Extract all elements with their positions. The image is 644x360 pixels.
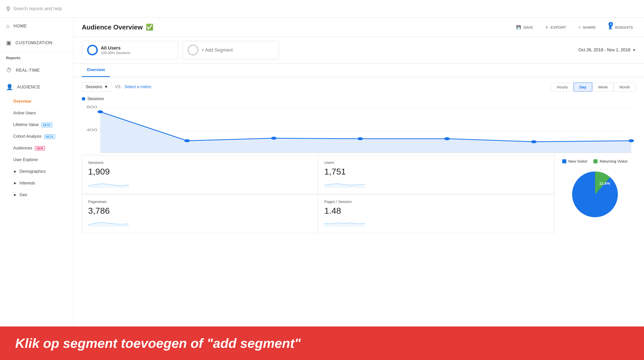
expand-icon-geo: ► [13, 193, 17, 197]
stats-row-1: Sessions 1,909 Users 1,751 [82, 155, 554, 194]
stat-pageviews[interactable]: Pageviews 3,786 [82, 194, 318, 233]
sidebar-sub-item-cohort-analysis[interactable]: Cohort Analysis BETA [0, 131, 73, 142]
time-btn-week[interactable]: Week [592, 83, 614, 91]
date-range-picker[interactable]: Oct 26, 2018 - Nov 1, 2018 ▼ [578, 48, 636, 53]
insights-button[interactable]: 👤 4 INSIGHTS [605, 23, 636, 32]
share-icon: < [578, 25, 581, 29]
banner-text: Klik op segment toevoegen of "add segmen… [15, 336, 301, 351]
sidebar-sub-item-audiences[interactable]: Audiences NEW [0, 142, 73, 154]
page-title: Audience Overview [82, 23, 143, 31]
segment-circle-all-users [87, 45, 98, 55]
metric-dropdown[interactable]: Sessions ▼ [82, 82, 112, 91]
sidebar-sub-item-lifetime-value[interactable]: Lifetime Value BETA [0, 119, 73, 131]
sidebar-sub-item-overview[interactable]: Overview [0, 96, 73, 107]
segment-name: All Users [101, 45, 130, 51]
new-badge-audiences: NEW [35, 146, 45, 151]
dropdown-arrow-icon: ▼ [104, 85, 108, 89]
returning-visitor-label: Returning Visitor [600, 159, 628, 163]
stat-pps-sparkline [324, 218, 365, 227]
home-label: HOME [13, 24, 27, 29]
chart-dot-4 [444, 137, 450, 140]
new-visitor-dot [562, 159, 566, 163]
svg-marker-7 [324, 223, 365, 227]
stat-pages-per-session-value: 1.48 [324, 206, 548, 216]
page-title-wrap: Audience Overview ✅ [82, 23, 153, 31]
export-button[interactable]: ⇓ EXPORT [542, 23, 569, 32]
sidebar: ⌂ HOME ▣ CUSTOMIZATION Reports ⏱ REAL-TI… [0, 18, 74, 326]
audience-label: AUDIENCE [17, 85, 40, 90]
share-button[interactable]: < SHARE [575, 23, 599, 32]
add-segment-label: + Add Segment [201, 48, 233, 53]
vs-label: VS. [115, 85, 122, 89]
main-content: Audience Overview ✅ 💾 SAVE ⇓ EXPORT < SH… [74, 18, 644, 326]
save-button[interactable]: 💾 SAVE [513, 23, 536, 32]
sidebar-item-realtime[interactable]: ⏱ REAL-TIME [0, 62, 73, 79]
sidebar-expandable-interests[interactable]: ► Interests [0, 177, 73, 189]
stat-pages-per-session[interactable]: Pages / Session 1.48 [318, 194, 554, 233]
stats-grid: Sessions 1,909 Users 1,751 [82, 155, 554, 233]
stat-sessions-label: Sessions [88, 160, 312, 165]
date-range-text: Oct 26, 2018 - Nov 1, 2018 [578, 48, 630, 53]
tab-overview[interactable]: Overview [82, 64, 110, 77]
chart-svg: 800 400 [82, 103, 636, 154]
top-bar: ⚲ Search reports and help [0, 0, 644, 18]
stat-users-sparkline [324, 179, 365, 188]
add-segment-button[interactable]: + Add Segment [182, 41, 279, 59]
segment-info: All Users 100.00% Sessions [101, 45, 130, 55]
time-btn-day[interactable]: Day [574, 83, 592, 91]
home-icon: ⌂ [6, 23, 9, 29]
time-btn-hourly[interactable]: Hourly [551, 83, 573, 91]
svg-marker-5 [324, 184, 365, 188]
sidebar-sub-item-user-explorer[interactable]: User Explorer [0, 154, 73, 166]
export-icon: ⇓ [545, 25, 549, 29]
chart-area: Sessions 800 400 [74, 94, 644, 155]
expand-icon-demographics: ► [13, 169, 17, 174]
stat-users-label: Users [324, 160, 548, 165]
sidebar-expandable-geo[interactable]: ► Geo [0, 189, 73, 201]
svg-marker-4 [88, 184, 129, 188]
overview-tabs: Overview [74, 64, 644, 77]
select-metric-link[interactable]: Select a metric [125, 85, 152, 89]
reports-section: Reports [0, 51, 73, 62]
stats-pie-area: Sessions 1,909 Users 1,751 [74, 155, 644, 233]
header-actions: 💾 SAVE ⇓ EXPORT < SHARE 👤 4 INSIGHTS [513, 23, 636, 32]
chart-dot-5 [531, 140, 537, 143]
clock-icon: ⏱ [6, 67, 12, 74]
export-label: EXPORT [551, 25, 566, 29]
bottom-banner: Klik op segment toevoegen of "add segmen… [0, 326, 644, 360]
stat-pages-per-session-label: Pages / Session [324, 199, 548, 204]
returning-visitor-dot [593, 159, 598, 163]
chart-dot-2 [271, 137, 277, 140]
search-icon: ⚲ [6, 6, 10, 12]
segments-bar: All Users 100.00% Sessions + Add Segment… [74, 37, 644, 64]
sidebar-item-customization[interactable]: ▣ CUSTOMIZATION [0, 35, 73, 51]
pie-legend: New Visitor Returning Visitor [562, 159, 628, 163]
save-icon: 💾 [516, 25, 521, 29]
stat-sessions[interactable]: Sessions 1,909 [82, 155, 318, 194]
search-area: ⚲ Search reports and help [6, 6, 82, 12]
search-input[interactable]: Search reports and help [13, 6, 62, 11]
pie-returning-label: 11.6% [599, 181, 610, 185]
beta-badge-cohort: BETA [44, 134, 55, 139]
svg-marker-6 [88, 222, 129, 227]
legend-dot-sessions [82, 97, 85, 101]
stat-pageviews-label: Pageviews [88, 199, 312, 204]
sidebar-item-home[interactable]: ⌂ HOME [0, 18, 73, 35]
sidebar-expandable-demographics[interactable]: ► Demographics [0, 166, 73, 177]
metric-label: Sessions [86, 85, 102, 89]
stats-row-2: Pageviews 3,786 Pages / Session 1.48 [82, 194, 554, 233]
metric-selector: Sessions ▼ VS. Select a metric [82, 82, 151, 91]
pie-legend-new-visitor: New Visitor [562, 159, 588, 163]
sidebar-sub-item-active-users[interactable]: Active Users [0, 107, 73, 119]
chart-area-fill [100, 112, 631, 153]
content-header: Audience Overview ✅ 💾 SAVE ⇓ EXPORT < SH… [74, 18, 644, 37]
chart-controls: Sessions ▼ VS. Select a metric Hourly Da… [74, 77, 644, 94]
stat-pageviews-sparkline [88, 218, 129, 227]
time-buttons: Hourly Day Week Month [551, 83, 636, 91]
stat-users[interactable]: Users 1,751 [318, 155, 554, 194]
time-btn-month[interactable]: Month [614, 83, 636, 91]
all-users-segment[interactable]: All Users 100.00% Sessions [82, 41, 178, 59]
sidebar-item-audience[interactable]: 👤 AUDIENCE [0, 79, 73, 96]
pie-chart-section: New Visitor Returning Visitor [554, 155, 636, 226]
audience-sub-items: Overview Active Users Lifetime Value BET… [0, 96, 73, 201]
